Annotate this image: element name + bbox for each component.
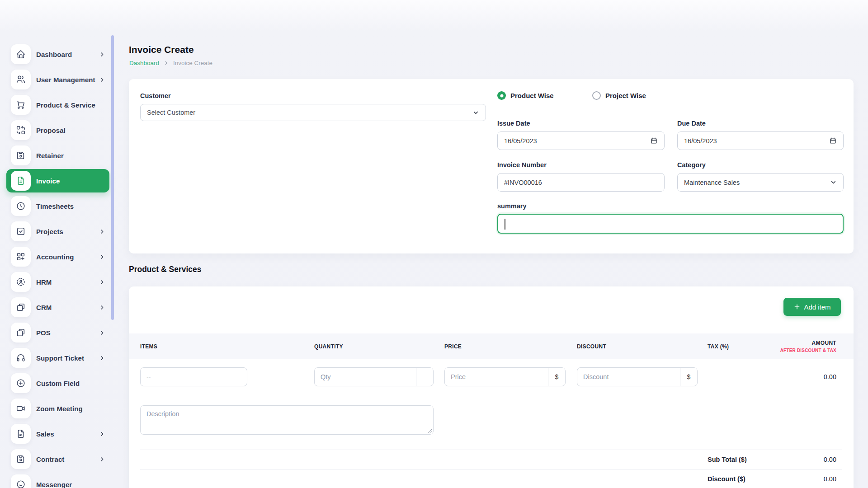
checkbox-icon — [11, 221, 31, 241]
chevron-down-icon — [472, 109, 479, 116]
sidebar-item-hrm[interactable]: HRM — [6, 270, 109, 294]
sidebar-item-messenger[interactable]: Messenger — [6, 473, 109, 488]
project-wise-label: Project Wise — [605, 92, 646, 99]
item-select-value: -- — [146, 373, 151, 380]
focus-user-icon — [11, 272, 31, 292]
sidebar-item-retainer[interactable]: Retainer — [6, 144, 109, 167]
sidebar-item-label: Dashboard — [36, 51, 72, 58]
sidebar-item-pos[interactable]: POS — [6, 321, 109, 344]
chevron-right-icon — [99, 355, 105, 361]
product-wise-radio[interactable]: Product Wise — [497, 91, 554, 100]
sidebar-item-label: User Management — [36, 76, 95, 84]
invoice-number-input[interactable]: #INVO00016 — [497, 173, 665, 192]
chevron-right-icon — [99, 279, 105, 285]
page-title: Invoice Create — [129, 44, 194, 55]
col-discount: DISCOUNT — [577, 343, 708, 350]
quantity-input-group — [314, 367, 434, 386]
sidebar-item-timesheets[interactable]: Timesheets — [6, 194, 109, 218]
add-item-button[interactable]: Add item — [783, 298, 841, 316]
calendar-icon[interactable] — [829, 137, 837, 145]
chevron-right-icon — [99, 77, 105, 83]
sidebar-item-user-management[interactable]: User Management — [6, 68, 109, 91]
chevron-down-icon — [830, 179, 837, 186]
chevron-right-icon — [99, 456, 105, 462]
issue-date-input[interactable]: 16/05/2023 — [497, 131, 665, 150]
category-select[interactable]: Maintenance Sales — [677, 173, 844, 192]
description-field-wrap — [140, 405, 434, 435]
due-date-input[interactable]: 16/05/2023 — [677, 131, 844, 150]
product-wise-label: Product Wise — [510, 92, 554, 99]
add-item-button-label: Add item — [804, 303, 830, 311]
item-select[interactable]: -- — [140, 367, 247, 386]
col-amount: AMOUNT AFTER DISCOUNT & TAX — [778, 340, 842, 353]
apps-plus-icon — [11, 247, 31, 267]
radio-checked-icon — [497, 91, 506, 100]
description-textarea[interactable] — [140, 405, 434, 435]
sidebar-item-zoom-meeting[interactable]: Zoom Meeting — [6, 397, 109, 420]
price-input[interactable] — [445, 368, 548, 386]
discount-total-label: Discount ($) — [708, 475, 745, 483]
chevron-right-icon — [99, 431, 105, 437]
transform-icon — [11, 120, 31, 140]
sidebar-item-label: Contract — [36, 455, 64, 463]
file-text-icon — [11, 424, 31, 444]
issue-date-label: Issue Date — [497, 120, 530, 127]
discount-input[interactable] — [577, 368, 680, 386]
video-icon — [11, 399, 31, 418]
sidebar-item-accounting[interactable]: Accounting — [6, 245, 109, 268]
clock-icon — [11, 196, 31, 216]
customer-select[interactable]: Select Customer — [140, 104, 486, 121]
sidebar-scrollbar[interactable] — [111, 35, 114, 320]
sidebar-item-crm[interactable]: CRM — [6, 296, 109, 319]
cart-icon — [11, 95, 31, 115]
row-amount-value: 0.00 — [778, 373, 842, 380]
sidebar-item-product-service[interactable]: Product & Service — [6, 93, 109, 117]
customer-select-value: Select Customer — [147, 109, 195, 116]
sidebar-item-label: Custom Field — [36, 380, 80, 387]
sidebar-item-label: POS — [36, 329, 51, 337]
chevron-right-icon — [99, 52, 105, 57]
quantity-input[interactable] — [315, 368, 416, 386]
discount-total-row: Discount ($) 0.00 — [140, 469, 842, 488]
sidebar-item-sales[interactable]: Sales — [6, 422, 109, 446]
sidebar-item-label: Projects — [36, 228, 63, 235]
price-currency-suffix: $ — [548, 368, 565, 386]
windows-icon — [11, 323, 31, 343]
discount-input-group: $ — [577, 367, 698, 386]
totals-section: Sub Total ($) 0.00 Discount ($) 0.00 — [140, 450, 842, 488]
invoice-details-card: Customer Select Customer Product Wise Pr… — [129, 79, 854, 253]
sidebar-item-invoice[interactable]: Invoice — [6, 169, 109, 192]
products-section-title: Product & Services — [129, 265, 201, 274]
project-wise-radio[interactable]: Project Wise — [592, 91, 646, 100]
sidebar-item-projects[interactable]: Projects — [6, 220, 109, 243]
sidebar-item-label: Timesheets — [36, 202, 74, 210]
chevron-right-icon — [164, 61, 169, 66]
sidebar: DashboardUser ManagementProduct & Servic… — [0, 0, 117, 488]
sidebar-item-proposal[interactable]: Proposal — [6, 118, 109, 142]
quantity-unit-suffix — [416, 368, 433, 386]
sidebar-item-label: Zoom Meeting — [36, 405, 83, 413]
sidebar-item-label: Invoice — [36, 177, 60, 185]
summary-textarea[interactable] — [497, 214, 844, 234]
breadcrumb: Dashboard Invoice Create — [129, 60, 212, 66]
sidebar-item-support-ticket[interactable]: Support Ticket — [6, 346, 109, 370]
invoice-create-page: DashboardUser ManagementProduct & Servic… — [0, 0, 868, 488]
sidebar-item-label: Messenger — [36, 481, 72, 488]
chevron-right-icon — [99, 254, 105, 260]
sidebar-item-contract[interactable]: Contract — [6, 447, 109, 471]
chevron-right-icon — [99, 330, 105, 336]
sidebar-item-label: Sales — [36, 430, 54, 438]
chevron-right-icon — [99, 305, 105, 310]
discount-total-value: 0.00 — [824, 475, 836, 483]
category-label: Category — [677, 161, 706, 169]
subtotal-label: Sub Total ($) — [708, 456, 747, 463]
calendar-icon[interactable] — [650, 137, 658, 145]
breadcrumb-dashboard-link[interactable]: Dashboard — [129, 60, 159, 66]
sidebar-item-label: Proposal — [36, 127, 66, 134]
customer-label: Customer — [140, 92, 171, 99]
sidebar-item-dashboard[interactable]: Dashboard — [6, 42, 109, 66]
issue-date-value: 16/05/2023 — [504, 137, 537, 145]
subtotal-value: 0.00 — [824, 456, 836, 463]
windows-icon — [11, 297, 31, 317]
sidebar-item-custom-field[interactable]: Custom Field — [6, 371, 109, 395]
